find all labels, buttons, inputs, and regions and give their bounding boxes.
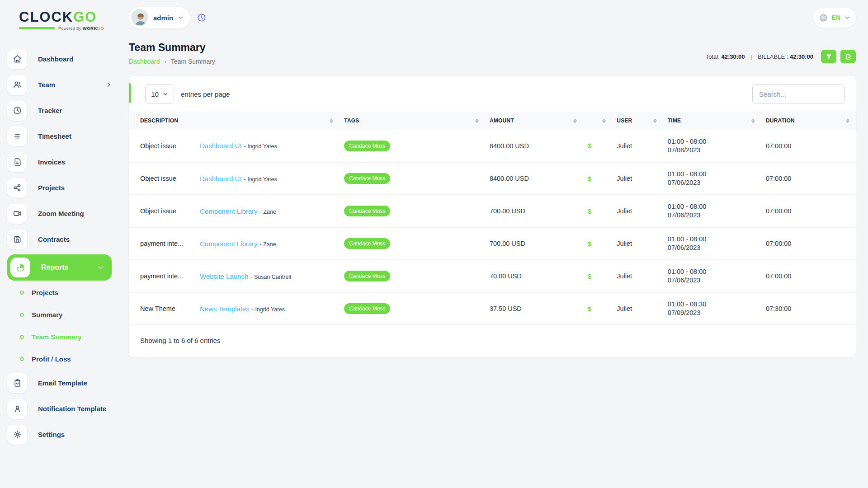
amount-cell: 8400.00 USD (485, 130, 583, 162)
sidebar-subitem-label: Profit / Loss (32, 355, 71, 363)
sidebar-item-invoices[interactable]: Invoices (7, 149, 112, 175)
sidebar-item-reports[interactable]: Reports (7, 254, 112, 281)
dollar-icon: $ (588, 142, 591, 150)
assignee-label: - Ingrid Yates (244, 176, 277, 183)
team-icon (7, 75, 27, 95)
dollar-icon: $ (588, 207, 591, 215)
dollar-icon: $ (588, 305, 591, 313)
funnel-icon (826, 53, 832, 60)
sidebar-item-zoom-meeting[interactable]: Zoom Meeting (7, 201, 112, 226)
time-range: 01:00 - 08:00 (668, 202, 757, 211)
assignee-label: - Susan Cantrell (250, 274, 291, 280)
totals-summary: Total: 42:30:00 | BILLABLE : 42:30:00 (706, 53, 813, 60)
tag-badge[interactable]: Candace Moss (344, 238, 390, 249)
project-link[interactable]: News Templates (200, 305, 250, 313)
filter-button[interactable] (821, 50, 836, 63)
column-header-amount[interactable]: AMOUNT (485, 112, 583, 130)
table-row[interactable]: Object issue Component Library- Zane Can… (129, 195, 856, 227)
user-cell: Juliet (612, 292, 663, 325)
time-cell: 01:00 - 08:00 07/06/2023 (663, 227, 761, 260)
sort-icon[interactable] (602, 118, 606, 123)
sidebar-item-email-template[interactable]: Email Template (7, 370, 112, 396)
search-input[interactable] (752, 84, 845, 103)
user-cell: Juliet (612, 260, 663, 292)
time-cell: 01:00 - 08:30 07/09/2023 (663, 292, 761, 325)
project-link[interactable]: Dashboard UI (200, 142, 242, 150)
username: admin (153, 14, 173, 22)
time-cell: 01:00 - 08:00 07/06/2023 (663, 260, 761, 292)
total-value: 42:30:00 (721, 53, 745, 60)
sort-icon[interactable] (573, 118, 577, 123)
sidebar-item-label: Notification Template (38, 405, 106, 413)
sort-icon[interactable] (330, 118, 333, 123)
language-selector[interactable]: EN (813, 8, 856, 28)
tag-badge[interactable]: Candace Moss (344, 173, 390, 184)
column-header-blank[interactable] (583, 112, 612, 130)
time-date: 07/06/2023 (668, 211, 757, 220)
time-cell: 01:00 - 08:00 07/06/2023 (663, 162, 761, 195)
chevron-down-icon (98, 265, 104, 271)
sidebar-item-contracts[interactable]: Contracts (7, 226, 112, 252)
table-row[interactable]: Object issue Dashboard UI- Ingrid Yates … (129, 130, 856, 162)
logo-underline (19, 27, 55, 29)
page-header: Team Summary Dashboard › Team Summary To… (129, 42, 856, 65)
amount-cell: 700.00 USD (485, 195, 583, 227)
breadcrumb-current: Team Summary (171, 58, 215, 65)
tag-badge[interactable]: Candace Moss (344, 206, 390, 216)
duration-cell: 07:00:00 (761, 195, 856, 227)
sidebar-item-dashboard[interactable]: Dashboard (7, 46, 112, 72)
sidebar-subitem-label: Summary (32, 311, 62, 319)
sidebar-item-timesheet[interactable]: Timesheet (7, 123, 112, 149)
app-logo[interactable]: CLOCKGO Powered By WORKDO (19, 10, 112, 31)
invoices-icon (7, 152, 27, 172)
sort-icon[interactable] (751, 118, 755, 123)
tag-badge[interactable]: Candace Moss (344, 303, 390, 314)
breadcrumb-dashboard-link[interactable]: Dashboard (129, 58, 160, 65)
description-cell: Object issue (140, 142, 200, 150)
sidebar-item-projects[interactable]: Projects (7, 175, 112, 201)
sort-icon[interactable] (846, 118, 849, 123)
sidebar-subitem-profit-loss[interactable]: Profit / Loss (7, 348, 112, 370)
table-row[interactable]: payment inte... Website Launch- Susan Ca… (129, 260, 856, 292)
sidebar-item-tracker[interactable]: Tracker (7, 98, 112, 123)
duration-cell: 07:00:00 (761, 130, 856, 162)
table-row[interactable]: Object issue Dashboard UI- Ingrid Yates … (129, 162, 856, 195)
dollar-icon: $ (588, 272, 591, 280)
tracker-icon (7, 101, 27, 121)
project-link[interactable]: Dashboard UI (200, 175, 242, 183)
breadcrumb-separator-icon: › (165, 58, 166, 65)
sort-icon[interactable] (475, 118, 479, 123)
column-header-time[interactable]: TIME (663, 112, 761, 130)
breadcrumb: Dashboard › Team Summary (129, 58, 215, 65)
bullet-icon (19, 312, 25, 318)
project-link[interactable]: Website Launch (200, 272, 248, 280)
table-row[interactable]: New Theme News Templates- Ingrid Yates C… (129, 292, 856, 325)
user-menu[interactable]: admin (129, 7, 190, 28)
column-header-description[interactable]: DESCRIPTION (129, 112, 340, 130)
column-header-duration[interactable]: DURATION (761, 112, 856, 130)
tag-badge[interactable]: Candace Moss (344, 271, 390, 282)
timesheet-icon (7, 127, 27, 146)
sidebar-item-settings[interactable]: Settings (7, 422, 112, 447)
table-row[interactable]: payment inte... Component Library- Zane … (129, 227, 856, 260)
description-cell: Object issue (140, 207, 200, 215)
description-cell: New Theme (140, 305, 200, 312)
globe-icon (819, 14, 828, 22)
sort-icon[interactable] (653, 118, 657, 123)
column-header-user[interactable]: USER (612, 112, 663, 130)
tag-badge[interactable]: Candace Moss (344, 141, 390, 151)
sidebar: CLOCKGO Powered By WORKDO Dashboard Team… (0, 0, 120, 488)
page-size-select[interactable]: 10 (145, 84, 174, 103)
sidebar-subitem-summary[interactable]: Summary (7, 304, 112, 326)
sidebar-subitem-projects[interactable]: Projects (7, 282, 112, 304)
page-header-actions: Total: 42:30:00 | BILLABLE : 42:30:00 (706, 50, 856, 65)
sidebar-item-notification-template[interactable]: Notification Template (7, 396, 112, 422)
export-button[interactable] (840, 50, 856, 63)
sidebar-subitem-team-summary[interactable]: Team Summary (7, 326, 112, 348)
clock-in-icon[interactable] (197, 13, 206, 22)
bullet-icon (19, 334, 25, 340)
sidebar-item-team[interactable]: Team (7, 72, 112, 98)
column-header-tags[interactable]: TAGS (340, 112, 485, 130)
project-link[interactable]: Component Library (200, 207, 258, 215)
project-link[interactable]: Component Library (200, 240, 258, 248)
